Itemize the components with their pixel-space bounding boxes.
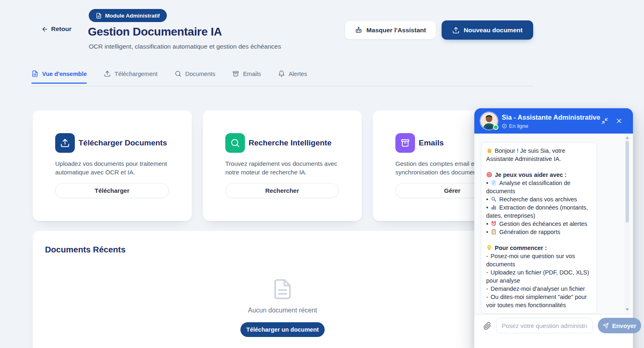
robot-icon [355,27,362,34]
chat-scrollbar[interactable] [625,134,630,315]
message-text: Bonjour ! Je suis Sia, votre Assistante … [486,147,565,162]
list-marker: • [486,196,488,203]
module-badge-label: Module Administratif [105,13,160,19]
collapse-icon [601,117,608,125]
card-icon-box [225,133,245,153]
card-icon-box [55,133,75,153]
new-document-label: Nouveau document [464,27,523,34]
minimize-chat-button[interactable] [601,117,608,125]
chat-question-input[interactable] [496,318,593,333]
assistant-message-bubble: Bonjour ! Je suis Sia, votre Assistante … [481,142,597,314]
tab-vue-densemble[interactable]: Vue d'ensemble [31,70,87,84]
tab-telechargement[interactable]: Téléchargement [104,70,157,84]
list-marker: • [486,221,488,227]
close-icon [615,117,623,125]
telecharger-button[interactable]: Télécharger [55,183,169,198]
tab-documents[interactable]: Documents [175,70,215,84]
upload-document-button[interactable]: Télécharger un document [240,322,325,337]
message-text: Ou dites-moi simplement "aide" pour voir… [486,294,587,308]
scroll-down-arrow[interactable] [626,308,629,311]
tab-label: Documents [185,71,215,77]
card-description: Trouvez rapidement vos documents avec no… [225,159,346,176]
tab-alertes[interactable]: Alertes [278,70,307,84]
upload-icon [104,70,111,77]
list-marker: • [486,229,488,235]
chat-input-row: Envoyer [474,315,633,348]
tab-label: Vue d'ensemble [42,71,87,77]
hide-assistant-label: Masquer l'Assistant [366,27,426,34]
document-icon [272,278,294,300]
card-smart-search: Recherche Intelligente Trouvez rapidemen… [203,110,362,221]
paper-plane-icon [603,323,609,329]
message-text: Génération de rapports [499,229,560,235]
document-management-page: Retour Module Administratif Gestion Docu… [0,0,644,348]
card-title: Recherche Intelligente [249,138,332,147]
search-icon [230,138,240,148]
assistant-chat-panel: Sia - Assistante Administrative En ligne… [474,108,633,348]
card-upload-documents: Télécharger Documents Uploadez vos docum… [33,110,192,221]
document-icon [31,70,38,77]
new-document-button[interactable]: Nouveau document [442,20,533,40]
page-subtitle: OCR intelligent, classification automati… [89,43,281,50]
chat-message-line: -Posez-moi une question sur vos document… [486,252,592,268]
back-label: Retour [51,25,72,33]
tab-label: Emails [243,71,261,77]
chat-message-line: -Ou dites-moi simplement "aide" pour voi… [486,293,592,309]
scroll-up-arrow[interactable] [626,136,629,139]
message-text: Analyse et classification de documents [486,180,570,194]
chat-messages-area: Bonjour ! Je suis Sia, votre Assistante … [474,134,633,315]
page-title: Gestion Documentaire IA [88,25,222,38]
chat-message-line: •Génération de rapports [486,228,592,236]
message-spacer [486,236,592,244]
search-icon [175,70,182,77]
chat-message-line: -Demandez-moi d'analyser un fichier [486,285,592,293]
search-emoji-icon [491,196,497,202]
chat-message-line: •Gestion des échéances et alertes [486,220,592,228]
recent-documents-card: Documents Récents Aucun document récent … [33,231,532,348]
message-text: Uploadez un fichier (PDF, DOC, XLS) pour… [486,269,589,284]
tab-bar: Vue d'ensemble Téléchargement Documents … [31,70,307,84]
message-text: Recherche dans vos archives [499,196,577,203]
send-label: Envoyer [612,322,636,329]
inbox-icon [400,138,410,148]
chat-message-line: Je peux vous aider avec : [486,171,592,179]
empty-state-text: Aucun document récent [33,307,532,314]
paperclip-icon [483,322,491,330]
tabs-divider [31,86,533,87]
tab-label: Alertes [289,71,307,77]
module-badge: Module Administratif [89,9,167,22]
upload-icon [452,27,460,34]
message-text: Posez-moi une question sur vos documents [486,253,575,268]
send-button[interactable]: Envoyer [598,318,641,333]
chat-message-line: •Analyse et classification de documents [486,179,592,195]
chat-header: Sia - Assistante Administrative En ligne [474,108,633,134]
document-icon [96,13,102,19]
list-marker: - [486,286,488,292]
chat-message-line: Pour commencer : [486,244,592,252]
card-title: Emails [419,138,444,147]
online-status-dot [493,125,498,130]
list-marker: - [486,253,488,259]
card-icon-box [395,133,415,153]
tab-emails[interactable]: Emails [232,70,261,84]
doc-emoji-icon [491,180,497,186]
close-chat-button[interactable] [615,117,623,125]
chat-status: En ligne [502,123,528,129]
message-text: Demandez-moi d'analyser un fichier [491,286,585,292]
attach-file-button[interactable] [483,322,491,330]
alarm-emoji-icon [491,221,497,227]
message-spacer [486,163,592,171]
scrollbar-thumb[interactable] [626,141,629,223]
chat-title: Sia - Assistante Administrative [502,114,600,121]
check-circle-icon [502,123,507,129]
inbox-icon [232,70,239,77]
message-text: Gestion des échéances et alertes [499,221,587,227]
chat-message-line: Bonjour ! Je suis Sia, votre Assistante … [486,147,592,163]
rechercher-button[interactable]: Rechercher [225,183,339,198]
tab-label: Téléchargement [114,71,157,77]
back-button[interactable]: Retour [41,25,72,33]
card-description: Uploadez vos documents pour traitement a… [55,159,176,176]
hide-assistant-button[interactable]: Masquer l'Assistant [345,20,436,40]
recent-documents-title: Documents Récents [45,245,126,254]
message-text: Pour commencer : [495,245,547,251]
